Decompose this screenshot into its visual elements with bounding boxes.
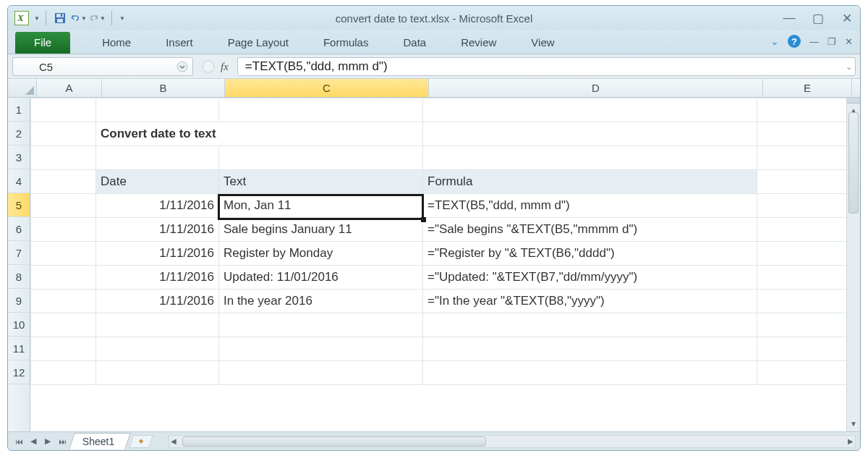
row-header-11[interactable]: 11	[8, 337, 30, 360]
maximize-icon[interactable]: ▢	[811, 11, 825, 26]
excel-icon[interactable]	[14, 10, 30, 26]
col-header-A[interactable]: A	[37, 79, 102, 97]
tab-insert[interactable]: Insert	[148, 31, 210, 54]
quick-access-toolbar: ▼ ▼ ▼ ▼	[14, 10, 125, 26]
horizontal-scrollbar[interactable]: ◀ ▶	[169, 435, 856, 448]
col-header-E[interactable]: E	[763, 79, 852, 97]
row-header-1[interactable]: 1	[8, 98, 30, 122]
tab-nav-last-icon[interactable]: ⏭	[56, 435, 69, 448]
hscroll-thumb[interactable]	[182, 436, 486, 447]
row-header-3[interactable]: 3	[8, 145, 30, 169]
svg-rect-1	[56, 14, 64, 17]
cell-C6[interactable]: Sale begins January 11	[219, 218, 423, 242]
formula-bar: C5 fx =TEXT(B5,"ddd, mmm d") ⌄	[8, 54, 860, 79]
formula-expand-icon[interactable]: ⌄	[846, 62, 852, 72]
svg-point-4	[177, 62, 187, 72]
help-icon[interactable]: ?	[788, 35, 801, 48]
undo-icon[interactable]: ▼	[71, 10, 87, 26]
ribbon-minimize-icon[interactable]: ⌄	[770, 35, 779, 47]
tab-nav-next-icon[interactable]: ▶	[41, 435, 54, 448]
col-header-D[interactable]: D	[429, 79, 763, 97]
tab-page-layout[interactable]: Page Layout	[210, 31, 306, 54]
table-header-text[interactable]: Text	[219, 170, 423, 194]
close-icon[interactable]: ✕	[840, 11, 854, 26]
name-box[interactable]: C5	[12, 57, 193, 76]
cancel-formula-icon[interactable]	[202, 60, 215, 73]
minimize-icon[interactable]: ―	[782, 11, 796, 26]
scroll-down-icon[interactable]: ▼	[847, 417, 860, 430]
vertical-scrollbar[interactable]: ▲ ▼	[846, 98, 860, 431]
row-header-10[interactable]: 10	[8, 313, 30, 337]
mdi-restore-icon[interactable]: ❐	[827, 36, 836, 47]
cell-grid[interactable]: Convert date to text Date Text Formula	[30, 98, 860, 431]
scroll-right-icon[interactable]: ▶	[848, 437, 854, 445]
column-headers: A B C D E	[8, 79, 860, 98]
svg-rect-3	[61, 14, 62, 17]
tab-view[interactable]: View	[514, 31, 571, 54]
tab-home[interactable]: Home	[85, 31, 148, 54]
formula-input[interactable]: =TEXT(B5,"ddd, mmm d") ⌄	[237, 57, 856, 76]
ribbon-tabs: File Home Insert Page Layout Formulas Da…	[8, 30, 860, 54]
row-headers: 1 2 3 4 5 6 7 8 9 10 11 12	[8, 98, 30, 431]
worksheet-area: A B C D E 1 2 3 4 5 6 7 8 9 10 11 12	[8, 79, 860, 431]
cell-B8[interactable]: 1/11/2016	[96, 266, 219, 290]
row-header-5[interactable]: 5	[8, 193, 30, 217]
scroll-thumb[interactable]	[848, 112, 859, 214]
tab-data[interactable]: Data	[386, 31, 443, 54]
row-header-4[interactable]: 4	[8, 169, 30, 193]
title-bar: ▼ ▼ ▼ ▼ convert date to text.xlsx - Micr…	[8, 6, 860, 30]
row-header-12[interactable]: 12	[8, 360, 30, 384]
cell-C8[interactable]: Updated: 11/01/2016	[219, 266, 423, 290]
mdi-close-icon[interactable]: ✕	[845, 36, 853, 47]
table-header-date[interactable]: Date	[96, 170, 219, 194]
cell-C5[interactable]: Mon, Jan 11	[219, 194, 423, 218]
window-title: convert date to text.xlsx - Microsoft Ex…	[336, 12, 533, 25]
new-sheet-icon[interactable]: ✦	[129, 435, 153, 448]
cell-B6[interactable]: 1/11/2016	[96, 218, 219, 242]
row-header-9[interactable]: 9	[8, 289, 30, 313]
mdi-minimize-icon[interactable]: ―	[809, 36, 819, 47]
tab-nav: ⏮ ◀ ▶ ⏭	[12, 435, 69, 448]
split-handle-icon[interactable]	[847, 98, 860, 104]
tab-review[interactable]: Review	[443, 31, 514, 54]
cell-D6[interactable]: ="Sale begins "&TEXT(B5,"mmmm d")	[423, 218, 757, 242]
sheet-title[interactable]: Convert date to text	[96, 122, 423, 146]
cell-C9[interactable]: In the year 2016	[219, 290, 423, 313]
name-box-dropdown-icon[interactable]	[176, 61, 188, 72]
cell-D5[interactable]: =TEXT(B5,"ddd, mmm d")	[423, 194, 757, 218]
name-box-value: C5	[39, 61, 53, 73]
cell-B7[interactable]: 1/11/2016	[96, 242, 219, 266]
table-header-formula[interactable]: Formula	[423, 170, 757, 194]
tab-formulas[interactable]: Formulas	[306, 31, 386, 54]
formula-text: =TEXT(B5,"ddd, mmm d")	[245, 59, 388, 74]
app-window: ▼ ▼ ▼ ▼ convert date to text.xlsx - Micr…	[7, 5, 861, 451]
row-header-8[interactable]: 8	[8, 265, 30, 289]
qat-customize-icon[interactable]: ▼	[119, 15, 125, 22]
window-controls: ― ▢ ✕	[782, 11, 854, 26]
cell-B5[interactable]: 1/11/2016	[96, 194, 219, 218]
col-header-B[interactable]: B	[102, 79, 225, 97]
sheet-tab-sheet1[interactable]: Sheet1	[69, 433, 131, 449]
save-icon[interactable]	[52, 10, 68, 26]
tab-nav-prev-icon[interactable]: ◀	[27, 435, 40, 448]
row-header-2[interactable]: 2	[8, 122, 30, 145]
row-header-7[interactable]: 7	[8, 241, 30, 265]
cell-D7[interactable]: ="Register by "& TEXT(B6,"dddd")	[423, 242, 757, 266]
cell-C7[interactable]: Register by Monday	[219, 242, 423, 266]
fx-icon[interactable]: fx	[221, 61, 229, 73]
select-all-corner[interactable]	[8, 79, 37, 97]
sheet-tab-bar: ⏮ ◀ ▶ ⏭ Sheet1 ✦ ◀ ▶	[8, 431, 860, 450]
cell-D9[interactable]: ="In the year "&TEXT(B8,"yyyy")	[423, 290, 757, 313]
row-header-6[interactable]: 6	[8, 217, 30, 241]
scroll-left-icon[interactable]: ◀	[171, 437, 176, 445]
redo-icon[interactable]: ▼	[90, 10, 106, 26]
cell-D8[interactable]: ="Updated: "&TEXT(B7,"dd/mm/yyyy")	[423, 266, 757, 290]
qat-dropdown-icon[interactable]: ▼	[34, 15, 40, 22]
file-tab[interactable]: File	[15, 32, 70, 54]
svg-point-5	[203, 61, 214, 72]
svg-rect-2	[57, 19, 63, 22]
tab-nav-first-icon[interactable]: ⏮	[12, 435, 25, 448]
cell-B9[interactable]: 1/11/2016	[96, 290, 219, 313]
col-header-C[interactable]: C	[225, 79, 429, 97]
